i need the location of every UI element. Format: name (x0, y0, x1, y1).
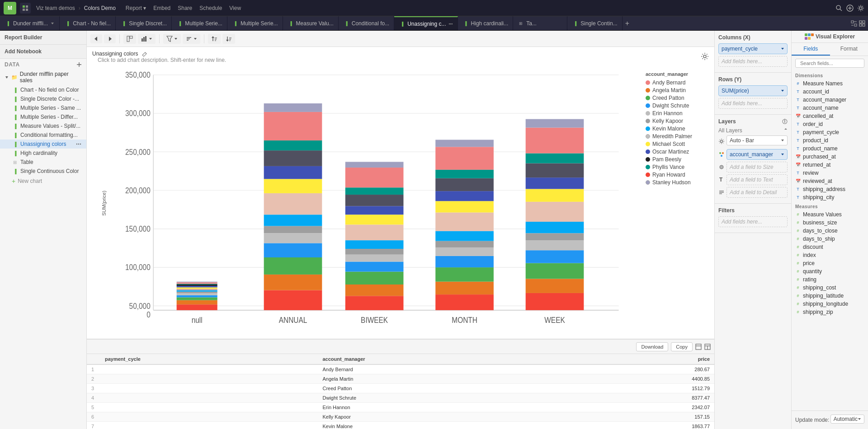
nav-schedule[interactable]: Schedule (197, 4, 225, 12)
field-review[interactable]: T review (792, 169, 868, 177)
breadcrumb-team[interactable]: Viz team demos (36, 5, 75, 11)
tab-chart-no-field[interactable]: ▐ Chart - No fiel... (60, 16, 116, 30)
collapse-layers-icon[interactable] (784, 127, 788, 131)
legend-item-creed[interactable]: Creed Patton (646, 95, 711, 101)
legend-item-dwight[interactable]: Dwight Schrute (646, 103, 711, 109)
rows-add-field[interactable]: Add fields here... (718, 98, 788, 109)
tab-high-cardinality[interactable]: ▐ High cardinali... (458, 16, 514, 30)
legend-item-michael[interactable]: Michael Scott (646, 141, 711, 147)
tab-conditional[interactable]: ▐ Conditional fo... (339, 16, 394, 30)
download-btn[interactable]: Download (636, 342, 668, 351)
field-account-manager[interactable]: T account_manager (792, 96, 868, 104)
tab-fields[interactable]: Fields (792, 43, 830, 56)
update-mode-dropdown[interactable]: Automatic (830, 415, 864, 424)
sidebar-item-unassigning[interactable]: ▐ Unassigning colors (0, 140, 86, 149)
new-tab-btn[interactable]: + (623, 16, 632, 30)
field-measure-values[interactable]: # Measure Values (792, 210, 868, 219)
tab-multiple-series2[interactable]: ▐ Multiple Serie... (227, 16, 283, 30)
back-btn[interactable] (90, 34, 102, 43)
tab-dropdown-icon[interactable] (50, 21, 55, 26)
field-order-id[interactable]: T order_id (792, 120, 868, 128)
nav-report[interactable]: Report ▾ (123, 4, 149, 12)
legend-item-kelly[interactable]: Kelly Kapoor (646, 118, 711, 124)
app-logo[interactable]: M (4, 2, 16, 14)
legend-item-oscar[interactable]: Oscar Martinez (646, 149, 711, 155)
sidebar-item-single-continuous[interactable]: ▐ Single Continuous Color (0, 167, 86, 176)
field-purchased-at[interactable]: 📅 purchased_at (792, 153, 868, 161)
copy-btn[interactable]: Copy (671, 342, 693, 351)
sidebar-item-high-cardinality[interactable]: ▐ High cardinality (0, 149, 86, 158)
rows-field-sum-price[interactable]: SUM(price) (718, 85, 788, 96)
forward-btn[interactable] (104, 34, 116, 43)
field-discount[interactable]: # discount (792, 243, 868, 251)
columns-field-payment-cycle[interactable]: payment_cycle (718, 43, 788, 54)
edit-title-icon[interactable] (142, 51, 148, 57)
chart-settings-icon[interactable] (701, 52, 709, 61)
grid-icon[interactable] (859, 20, 865, 27)
tab-single-discrete[interactable]: ▐ Single Discret... (116, 16, 172, 30)
chart-description[interactable]: Click to add chart description. Shift-en… (92, 57, 231, 66)
legend-item-phyllis[interactable]: Phyllis Vance (646, 164, 711, 170)
legend-item-pam[interactable]: Pam Beesly (646, 156, 711, 163)
field-shipping-latitude[interactable]: # shipping_latitude (792, 292, 868, 300)
field-index[interactable]: # index (792, 251, 868, 259)
field-quantity[interactable]: # quantity (792, 267, 868, 275)
legend-item-angela[interactable]: Angela Martin (646, 87, 711, 93)
field-rating[interactable]: # rating (792, 275, 868, 284)
chart-type-btn[interactable] (138, 34, 156, 44)
sidebar-item-table[interactable]: ⊞ Table (0, 158, 86, 167)
tab-format[interactable]: Format (830, 43, 868, 56)
field-product-id[interactable]: T product_id (792, 136, 868, 145)
field-account-id[interactable]: T account_id (792, 88, 868, 96)
search-icon[interactable] (835, 5, 843, 12)
filter-btn[interactable] (163, 34, 181, 44)
sort-btn[interactable] (183, 34, 200, 44)
col-account-manager[interactable]: account_manager (318, 354, 569, 364)
tab-single-contin[interactable]: ▐ Single Contin... (567, 16, 622, 30)
layers-info-icon[interactable]: i (782, 119, 788, 124)
expand-table-btn[interactable] (704, 344, 711, 350)
add-data-icon[interactable] (76, 62, 82, 67)
field-shipping-longitude[interactable]: # shipping_longitude (792, 300, 868, 308)
legend-item-ryan[interactable]: Ryan Howard (646, 172, 711, 178)
new-chart-btn[interactable]: + New chart (0, 176, 86, 187)
field-returned-at[interactable]: 📅 returned_at (792, 161, 868, 169)
col-price[interactable]: price (569, 354, 714, 364)
nav-embed[interactable]: Embed (151, 4, 173, 12)
pivot-btn[interactable] (123, 34, 136, 44)
field-days-to-close[interactable]: # days_to_close (792, 227, 868, 235)
text-add-field[interactable]: Add a field to Text (726, 174, 788, 185)
sort-asc-btn[interactable] (208, 34, 221, 44)
field-shipping-zip[interactable]: # shipping_zip (792, 308, 868, 316)
legend-item-kevin[interactable]: Kevin Malone (646, 126, 711, 132)
legend-item-meredith[interactable]: Meredith Palmer (646, 133, 711, 140)
legend-item-andy[interactable]: Andy Bernard (646, 79, 711, 86)
sort-desc-btn[interactable] (222, 34, 235, 44)
field-cancelled-at[interactable]: 📅 cancelled_at (792, 112, 868, 120)
expand-icon[interactable] (851, 20, 857, 27)
tab-unassigning[interactable]: ▐ Unassigning c... (394, 16, 458, 30)
field-price[interactable]: # price (792, 259, 868, 267)
col-payment-cycle[interactable]: payment_cycle (100, 354, 318, 364)
color-field-account-manager[interactable]: account_manager (726, 149, 788, 160)
field-shipping-address[interactable]: T shipping_address (792, 185, 868, 193)
item-more-icon[interactable] (75, 141, 82, 147)
field-reviewed-at[interactable]: 📅 reviewed_at (792, 177, 868, 185)
sidebar-item-multiple-same[interactable]: ▐ Multiple Series - Same ... (0, 103, 86, 112)
settings-icon[interactable] (857, 5, 864, 12)
layer-type-dropdown[interactable]: Auto - Bar (726, 135, 788, 145)
tab-measure-values[interactable]: ▐ Measure Valu... (283, 16, 339, 30)
field-product-name[interactable]: T product_name (792, 145, 868, 153)
nav-share[interactable]: Share (175, 4, 195, 12)
field-payment-cycle[interactable]: T payment_cycle (792, 128, 868, 136)
columns-add-field[interactable]: Add fields here... (718, 56, 788, 67)
search-input[interactable] (800, 61, 863, 66)
data-table-scroll[interactable]: payment_cycle account_manager price 1 An… (87, 354, 714, 429)
field-shipping-city[interactable]: T shipping_city (792, 193, 868, 201)
sidebar-folder-dunder[interactable]: 📁 Dunder mifflin paper sales (0, 69, 86, 85)
nav-view[interactable]: View (226, 4, 244, 12)
field-account-name[interactable]: T account_name (792, 104, 868, 112)
sidebar-item-conditional[interactable]: ▐ Conditional formatting... (0, 131, 86, 140)
sidebar-item-measure-values[interactable]: ▐ Measure Values - Split/... (0, 121, 86, 131)
sidebar-item-chart-no-color[interactable]: ▐ Chart - No field on Color (0, 85, 86, 94)
